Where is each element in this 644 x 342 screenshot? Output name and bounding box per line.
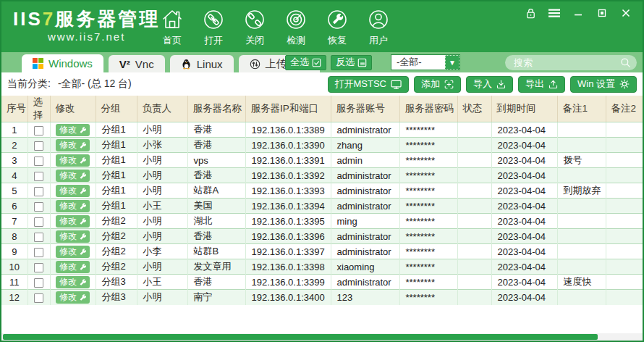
group-filter-dropdown[interactable]: -全部- ▼ [391,54,460,70]
row-checkbox[interactable] [34,157,43,166]
row-checkbox[interactable] [34,172,43,181]
filter-controls: 全选 反选 -全部- ▼ [285,54,637,70]
modify-button[interactable]: 修改 [56,230,90,243]
row-modify-cell: 修改 [50,275,96,290]
select-all-button[interactable]: 全选 [285,55,326,70]
nav-item-detect[interactable]: 检测 [279,7,313,47]
cell-note1 [557,229,606,244]
modify-button[interactable]: 修改 [56,215,90,228]
export-button[interactable]: 导出 [518,76,565,93]
checkbox-check-icon [312,58,321,67]
row-modify-cell: 修改 [50,183,96,199]
menu-icon[interactable] [548,7,561,20]
modify-button[interactable]: 修改 [56,261,90,273]
nav-item-home[interactable]: 首页 [156,7,189,47]
wrench-icon [79,233,86,240]
cell-owner: 小张 [137,138,187,153]
cell-note2 [606,275,643,290]
tab-windows[interactable]: Windows [22,54,103,72]
modify-button[interactable]: 修改 [56,154,90,167]
row-select-cell [27,290,50,305]
cell-password: ******** [399,138,457,153]
table-row: 3 修改 分组1 小明 vps 192.136.0.1:3391 admin *… [1,153,643,168]
window-controls [524,7,632,20]
user-icon [365,7,391,33]
cell-group: 分组1 [96,138,137,153]
cell-note2 [606,259,643,275]
cell-expire-date: 2023-04-04 [491,183,557,199]
add-button[interactable]: 添加 [414,76,461,93]
import-button[interactable]: 导入 [466,76,513,93]
close-button[interactable] [619,7,632,20]
modify-button[interactable]: 修改 [56,124,90,136]
modify-button[interactable]: 修改 [56,246,90,258]
row-checkbox[interactable] [34,217,43,227]
cell-password: ******** [399,290,457,305]
column-header: 备注2 [606,96,643,122]
cell-server-name: 南宁 [187,290,245,305]
wrench-icon [79,248,86,255]
cell-note2 [606,183,643,199]
row-checkbox[interactable] [34,278,43,288]
logo-text: IIS7服务器管理 [13,8,160,30]
modify-button[interactable]: 修改 [56,200,90,212]
cell-owner: 小明 [137,229,187,244]
modify-button[interactable]: 修改 [56,276,90,288]
modify-button[interactable]: 修改 [56,291,90,304]
row-checkbox[interactable] [34,126,43,135]
cell-expire-date: 2023-04-04 [491,229,557,244]
table-row: 9 修改 分组2 小李 站群B 192.136.0.1:3397 adminis… [1,244,643,259]
cell-account: 123 [331,290,399,305]
modify-button[interactable]: 修改 [56,170,90,182]
row-checkbox[interactable] [34,141,43,151]
tab-label: Linux [197,58,223,70]
table-row: 12 修改 分组3 小明 南宁 192.136.0.1:3400 123 ***… [1,290,643,305]
tab-vnc[interactable]: V² Vnc [109,55,165,72]
modify-button[interactable]: 修改 [56,185,90,197]
row-checkbox[interactable] [34,202,43,212]
table-row: 2 修改 分组1 小张 香港 192.136.0.1:3390 zhang **… [1,138,643,153]
wrench-icon [79,141,86,149]
wrench-icon [79,217,86,225]
nav-item-user[interactable]: 用户 [362,7,395,47]
nav-item-open[interactable]: 打开 [197,7,230,47]
cell-owner: 小明 [137,122,187,138]
row-checkbox[interactable] [34,263,43,272]
nav-item-recover[interactable]: 恢复 [321,7,354,47]
cell-owner: 小明 [137,259,187,275]
cell-note2 [606,168,643,183]
row-checkbox[interactable] [34,248,43,257]
row-checkbox[interactable] [34,233,43,242]
nav-item-close[interactable]: 关闭 [238,7,271,47]
table-header-row: 序号选择修改分组负责人服务器名称服务器IP和端口服务器账号服务器密码状态到期时间… [1,96,643,122]
cell-server-name: 站群B [187,244,245,259]
row-checkbox[interactable] [34,187,43,196]
cell-ip-port: 192.136.0.1:3389 [245,122,331,138]
cell-password: ******** [399,183,457,199]
radar-icon [283,7,309,33]
cell-owner: 小明 [137,290,187,305]
export-arrow-icon [548,80,558,89]
row-number: 4 [1,168,27,183]
tab-linux[interactable]: Linux [170,55,234,72]
maximize-button[interactable] [596,7,609,20]
modify-button[interactable]: 修改 [56,139,90,151]
row-checkbox[interactable] [34,293,43,303]
home-icon [159,7,185,33]
import-arrow-icon [496,80,506,89]
cell-password: ******** [399,168,457,183]
minimize-button[interactable] [572,7,585,20]
invert-select-button[interactable]: 反选 [331,55,372,70]
cell-ip-port: 192.136.0.1:3394 [245,199,331,214]
cell-note2 [606,153,643,168]
wrench-icon [79,126,86,133]
open-mstsc-button[interactable]: 打开MSTSC [328,76,410,93]
lock-icon[interactable] [524,7,537,20]
win-settings-button[interactable]: Win 设置 [570,76,637,93]
row-select-cell [27,244,50,259]
cell-status [457,244,491,259]
tab-label: Windows [48,57,93,70]
scrollbar-thumb[interactable] [3,334,598,340]
search-input[interactable] [505,55,637,70]
cell-ip-port: 192.136.0.1:3390 [245,138,331,153]
